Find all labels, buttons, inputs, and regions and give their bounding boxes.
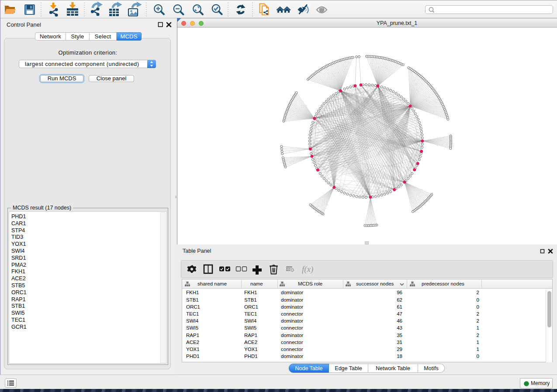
svg-text:f(x): f(x) xyxy=(302,265,313,274)
